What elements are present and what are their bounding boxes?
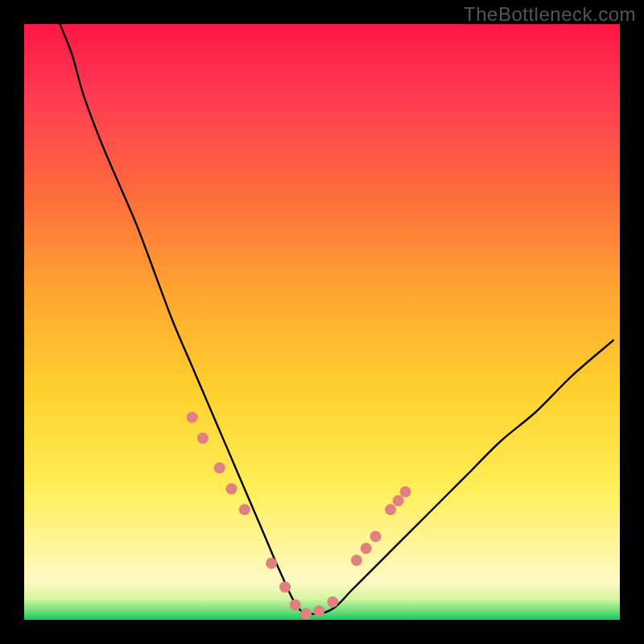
- curve-marker: [214, 462, 225, 473]
- curve-marker: [300, 609, 312, 620]
- curve-marker: [226, 483, 237, 494]
- curve-marker: [400, 486, 411, 497]
- chart-stage: TheBottleneck.com: [0, 0, 644, 644]
- curve-marker: [279, 581, 291, 592]
- curve-marker: [197, 432, 208, 444]
- curve-marker: [239, 504, 250, 515]
- gradient-plot-area: [24, 24, 620, 620]
- curve-marker: [327, 597, 338, 608]
- bottleneck-chart: [0, 0, 644, 644]
- curve-marker: [385, 504, 396, 515]
- curve-marker: [351, 555, 362, 566]
- curve-marker: [313, 605, 324, 617]
- curve-marker: [393, 495, 404, 506]
- curve-marker: [370, 530, 382, 542]
- curve-marker: [290, 600, 301, 611]
- watermark-text: TheBottleneck.com: [464, 3, 636, 26]
- curve-marker: [361, 543, 372, 554]
- curve-marker: [266, 558, 277, 569]
- curve-marker: [187, 411, 198, 423]
